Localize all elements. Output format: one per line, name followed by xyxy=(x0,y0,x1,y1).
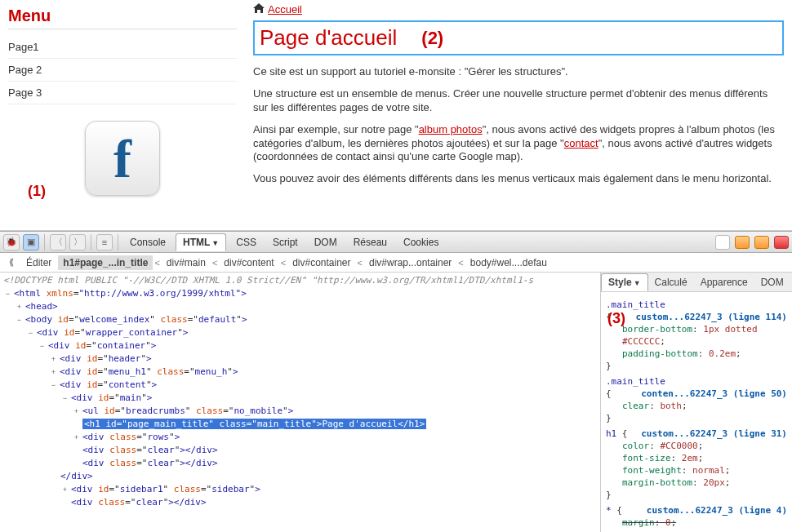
tab-html[interactable]: HTML▼ xyxy=(176,233,226,251)
facebook-icon[interactable] xyxy=(85,121,160,196)
album-photos-link[interactable]: album photos xyxy=(419,123,483,135)
intro-p3: Ainsi par exemple, sur notre page "album… xyxy=(253,123,784,165)
tab-style[interactable]: Style▼ xyxy=(601,273,648,291)
crumb-divcontent[interactable]: div#content xyxy=(219,255,278,270)
menu-item-page2[interactable]: Page 2 xyxy=(8,59,237,82)
toggle-icon[interactable]: + xyxy=(49,366,58,379)
intro-p2: Une structure est un ensemble de menus. … xyxy=(253,87,784,115)
search-input[interactable] xyxy=(715,235,730,250)
menu-item-page1[interactable]: Page1 xyxy=(8,36,237,59)
css-rules-panel[interactable]: .main_title custom...62247_3 (ligne 114)… xyxy=(601,292,792,532)
forward-button[interactable]: 〉 xyxy=(69,234,86,250)
intro-p4: Vous pouvez avoir des éléments différent… xyxy=(253,172,784,186)
chevron-down-icon: ▼ xyxy=(211,239,219,247)
contact-link[interactable]: contact xyxy=(564,137,598,149)
scroll-left-icon[interactable]: ⟪ xyxy=(3,255,20,270)
edit-button[interactable]: Éditer xyxy=(21,255,56,270)
tab-dom[interactable]: DOM xyxy=(308,234,344,250)
crumb-body[interactable]: body#wel....defau xyxy=(465,255,552,270)
breadcrumb-home-link[interactable]: Accueil xyxy=(268,3,302,16)
toggle-icon[interactable]: + xyxy=(15,300,24,313)
tab-script[interactable]: Script xyxy=(266,234,305,250)
back-button[interactable]: 〈 xyxy=(50,234,66,250)
p3-segment: Ainsi par exemple, sur notre page " xyxy=(253,123,419,135)
css-file-link[interactable]: custom...62247_3 (ligne 4) xyxy=(647,504,787,516)
css-file-link[interactable]: conten...62247_3 (ligne 50) xyxy=(641,388,787,400)
tab-apparence[interactable]: Apparence xyxy=(694,274,754,290)
tab-css[interactable]: CSS xyxy=(229,234,263,250)
page-title: Page d'accueil xyxy=(260,25,397,51)
crumb-divmain[interactable]: div#main xyxy=(162,255,211,270)
toggle-icon[interactable]: − xyxy=(15,313,24,326)
minimize-button[interactable] xyxy=(735,236,750,249)
crumb-divwrap[interactable]: div#wrap...ontainer xyxy=(364,255,456,270)
close-button[interactable] xyxy=(774,236,789,249)
firebug-devtools: 🐞 ▣ 〈 〉 ≡ Console HTML▼ CSS Script DOM R… xyxy=(0,231,792,532)
menu-sidebar: Menu Page1 Page 2 Page 3 (1) xyxy=(0,0,245,230)
toggle-icon[interactable]: − xyxy=(3,287,12,300)
menu-button[interactable]: ≡ xyxy=(96,234,113,250)
tab-cookies[interactable]: Cookies xyxy=(397,234,445,250)
selected-h1-line[interactable]: +<h1 id="page_main_title" class="main_ti… xyxy=(3,418,597,431)
css-file-link[interactable]: custom...62247_3 (ligne 114) xyxy=(636,311,787,323)
element-breadcrumb: ⟪ Éditer h1#page_...in_title < div#main … xyxy=(0,253,792,273)
website-preview: Menu Page1 Page 2 Page 3 (1) Accueil Pag… xyxy=(0,0,792,231)
crumb-divcontainer[interactable]: div#container xyxy=(287,255,355,270)
firebug-icon[interactable]: 🐞 xyxy=(3,234,20,250)
toggle-icon[interactable]: + xyxy=(49,352,58,366)
devtools-toolbar: 🐞 ▣ 〈 〉 ≡ Console HTML▼ CSS Script DOM R… xyxy=(0,232,792,253)
menu-item-page3[interactable]: Page 3 xyxy=(8,82,237,104)
toggle-icon[interactable]: + xyxy=(60,483,69,496)
popout-button[interactable] xyxy=(754,236,769,249)
html-source-panel[interactable]: <!DOCTYPE html PUBLIC "-//W3C//DTD XHTML… xyxy=(0,273,600,532)
toggle-icon[interactable]: − xyxy=(26,326,35,339)
tab-dom-side[interactable]: DOM xyxy=(754,274,790,290)
toggle-icon[interactable]: + xyxy=(72,431,81,444)
toggle-icon[interactable]: − xyxy=(60,392,69,405)
home-icon[interactable] xyxy=(253,3,265,16)
toggle-icon[interactable]: − xyxy=(49,379,58,392)
tab-console[interactable]: Console xyxy=(123,234,172,250)
tab-calcule[interactable]: Calculé xyxy=(648,274,694,290)
toggle-icon[interactable]: + xyxy=(72,405,81,418)
style-tabs: Style▼ Calculé Apparence DOM xyxy=(601,273,792,292)
chevron-down-icon: ▼ xyxy=(634,279,641,287)
main-content: Accueil Page d'accueil (2) Ce site est u… xyxy=(245,0,792,230)
toggle-icon[interactable]: − xyxy=(38,339,47,352)
inspect-button[interactable]: ▣ xyxy=(23,234,39,250)
css-file-link[interactable]: custom...62247_3 (ligne 31) xyxy=(641,428,787,440)
tab-reseau[interactable]: Réseau xyxy=(347,234,394,250)
inspected-title-highlight: Page d'accueil (2) xyxy=(253,20,784,55)
doctype-line: <!DOCTYPE html PUBLIC "-//W3C//DTD XHTML… xyxy=(3,274,597,287)
annotation-2: (2) xyxy=(421,28,443,49)
intro-p1: Ce site est un support au tutoriel e-mon… xyxy=(253,65,784,79)
breadcrumb: Accueil xyxy=(253,3,784,16)
crumb-h1[interactable]: h1#page_...in_title xyxy=(58,255,153,270)
annotation-3: (3) xyxy=(607,310,625,327)
annotation-1: (1) xyxy=(28,183,46,200)
menu-heading: Menu xyxy=(8,7,237,29)
